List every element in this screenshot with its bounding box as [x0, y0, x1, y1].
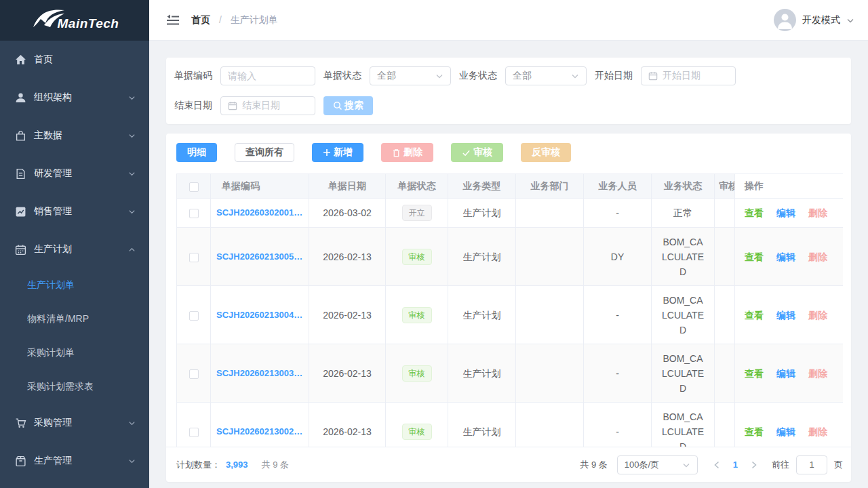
- delete-link[interactable]: 删除: [808, 207, 827, 218]
- doc-status-tag: 审核: [402, 365, 432, 382]
- user-menu[interactable]: 开发模式: [774, 9, 854, 31]
- biz-dept-cell: [516, 344, 584, 403]
- user-mode-label: 开发模式: [802, 14, 840, 26]
- edit-link[interactable]: 编辑: [776, 368, 795, 379]
- sidebar-item-manufacturing[interactable]: 生产管理: [0, 442, 149, 480]
- page-size-select[interactable]: 100条/页: [617, 455, 698, 474]
- detail-button[interactable]: 明细: [176, 143, 217, 162]
- doc-code-link[interactable]: SCJH20260213005…: [216, 249, 306, 264]
- view-link[interactable]: 查看: [745, 207, 764, 218]
- page-number-current[interactable]: 1: [733, 460, 738, 470]
- prev-page-button[interactable]: [709, 455, 725, 474]
- brand-logo: MainTech: [0, 0, 149, 41]
- app-window: MainTech 首页 组织架构 主数据 研发管理: [0, 0, 868, 488]
- col-biz-type: 业务类型: [448, 174, 516, 199]
- sidebar-item-production-plan[interactable]: 生产计划: [0, 230, 149, 268]
- goto-label: 前往: [772, 459, 789, 471]
- sidebar-item-masterdata[interactable]: 主数据: [0, 117, 149, 155]
- sidebar-item-org[interactable]: 组织架构: [0, 79, 149, 117]
- doc-code-link[interactable]: SCJH20260213002…: [216, 424, 306, 439]
- sidebar-subitem-bom-mrp[interactable]: 物料清单/MRP: [0, 302, 149, 336]
- sidebar-subitem-purchase-plan-demand[interactable]: 采购计划需求表: [0, 370, 149, 404]
- breadcrumb-current: 生产计划单: [231, 14, 278, 25]
- add-button[interactable]: 新增: [312, 143, 363, 162]
- pagination: 共 9 条 100条/页 1 前往: [580, 455, 843, 474]
- chevron-down-icon: [571, 72, 579, 80]
- edit-link[interactable]: 编辑: [776, 251, 795, 262]
- sidebar-item-home[interactable]: 首页: [0, 41, 149, 79]
- next-page-button[interactable]: [746, 455, 762, 474]
- brand-name: MainTech: [58, 16, 119, 31]
- breadcrumb-home[interactable]: 首页: [191, 14, 210, 25]
- biz-dept-cell: [516, 199, 584, 228]
- edit-link[interactable]: 编辑: [776, 310, 795, 321]
- row-checkbox[interactable]: [189, 253, 199, 262]
- doc-status-select[interactable]: 全部: [370, 66, 451, 85]
- delete-link[interactable]: 删除: [808, 251, 827, 262]
- query-all-button[interactable]: 查询所有: [235, 143, 294, 162]
- sidebar-item-sales[interactable]: 销售管理: [0, 192, 149, 230]
- search-button[interactable]: 搜索: [323, 96, 373, 115]
- end-date-picker[interactable]: 结束日期: [220, 96, 315, 115]
- audit-cell: [715, 344, 735, 403]
- doc-code-input[interactable]: [228, 70, 308, 81]
- filter-start-date-label: 开始日期: [595, 70, 633, 82]
- row-operations: 查看编辑删除: [735, 228, 844, 286]
- start-date-picker[interactable]: 开始日期: [641, 66, 736, 85]
- view-link[interactable]: 查看: [745, 368, 764, 379]
- view-link[interactable]: 查看: [745, 310, 764, 321]
- doc-date-cell: 2026-02-13: [309, 344, 386, 403]
- collapse-sidebar-icon[interactable]: [165, 13, 180, 28]
- view-link[interactable]: 查看: [745, 426, 764, 437]
- delete-link[interactable]: 删除: [808, 368, 827, 379]
- biz-status-select[interactable]: 全部: [505, 66, 587, 85]
- biz-dept-cell: [516, 286, 584, 344]
- row-checkbox[interactable]: [189, 311, 199, 321]
- table-footer: 计划数量： 3,993 共 9 条 共 9 条 100条/页 1: [166, 447, 851, 482]
- row-checkbox[interactable]: [189, 209, 199, 218]
- box-icon: [15, 455, 26, 467]
- topbar: 首页 / 生产计划单 开发模式: [149, 0, 868, 41]
- doc-date-cell: 2026-02-13: [309, 286, 386, 344]
- sidebar-item-rnd[interactable]: 研发管理: [0, 155, 149, 192]
- doc-status-tag: 开立: [402, 205, 432, 221]
- sidebar-subitem-purchase-plan-order[interactable]: 采购计划单: [0, 336, 149, 370]
- unaudit-button[interactable]: 反审核: [521, 143, 571, 162]
- edit-link[interactable]: 编辑: [776, 207, 795, 218]
- search-icon: [333, 101, 342, 110]
- audit-button[interactable]: 审核: [451, 143, 503, 162]
- edit-link[interactable]: 编辑: [776, 426, 795, 437]
- delete-link[interactable]: 删除: [808, 310, 827, 321]
- cart-icon: [15, 418, 26, 429]
- doc-code-link[interactable]: SCJH20260213003…: [216, 366, 306, 381]
- view-link[interactable]: 查看: [745, 251, 764, 262]
- row-checkbox[interactable]: [189, 428, 199, 437]
- delete-link[interactable]: 删除: [808, 426, 827, 437]
- col-doc-date: 单据日期: [309, 174, 386, 199]
- table-toolbar: 明细 查询所有 新增 删除 审核 反审核: [176, 143, 843, 162]
- row-operations: 查看编辑删除: [735, 344, 844, 403]
- home-icon: [15, 54, 26, 66]
- main-area: 首页 / 生产计划单 开发模式 单据编码: [149, 0, 868, 488]
- chevron-down-icon: [128, 420, 136, 427]
- doc-code-link[interactable]: SCJH20260302001…: [216, 205, 306, 220]
- audit-cell: [715, 199, 735, 228]
- row-checkbox[interactable]: [189, 369, 199, 379]
- table-header-row: 单据编码 单据日期 单据状态 业务类型 业务部门 业务人员 业务状态 审核 操作: [177, 174, 844, 199]
- goto-page-input[interactable]: [796, 455, 827, 474]
- audit-cell: [715, 403, 735, 447]
- delete-button[interactable]: 删除: [381, 143, 433, 162]
- sidebar-item-purchase[interactable]: 采购管理: [0, 404, 149, 442]
- row-operations: 查看编辑删除: [735, 286, 844, 344]
- total-count-left: 共 9 条: [262, 459, 289, 471]
- chevron-down-icon: [846, 16, 854, 24]
- filter-biz-status-label: 业务状态: [459, 70, 497, 82]
- filter-panel: 单据编码 单据状态 全部 业务状态 全部: [166, 58, 851, 124]
- breadcrumb-separator: /: [219, 14, 222, 25]
- chevron-up-icon: [128, 246, 136, 253]
- doc-code-link[interactable]: SCJH20260213004…: [216, 308, 306, 323]
- select-all-checkbox[interactable]: [189, 182, 199, 192]
- sidebar-subitem-production-plan-order[interactable]: 生产计划单: [0, 268, 149, 302]
- col-operations: 操作: [735, 174, 844, 199]
- plus-icon: [323, 148, 331, 157]
